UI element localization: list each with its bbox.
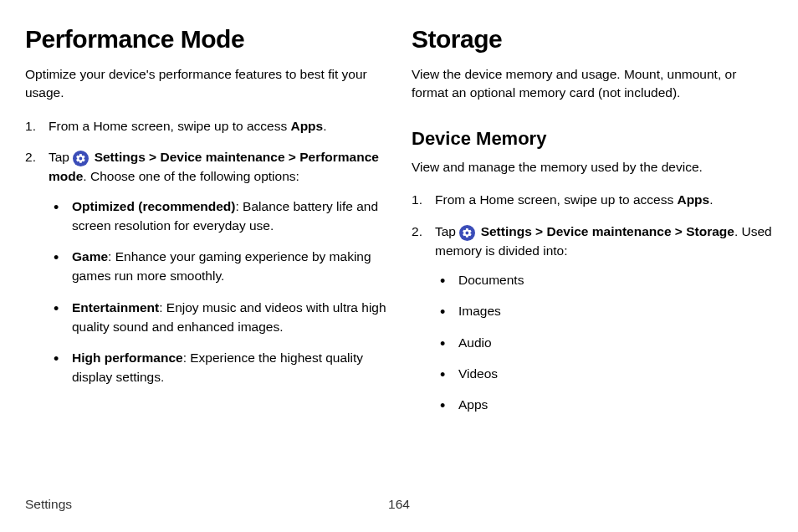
- step-1: From a Home screen, swipe up to access A…: [25, 116, 386, 136]
- option-label: Optimized (recommended): [72, 199, 236, 213]
- option-label: High performance: [72, 350, 183, 365]
- step-2: Tap Settings > Device maintenance > Perf…: [25, 147, 386, 387]
- apps-bold: Apps: [290, 119, 323, 133]
- category-audio: Audio: [435, 333, 773, 352]
- heading-device-memory: Device Memory: [412, 128, 773, 150]
- footer-page-number: 164: [388, 497, 410, 512]
- tap-text: Tap: [49, 150, 73, 164]
- performance-options: Optimized (recommended): Balance battery…: [49, 197, 386, 387]
- step-2: Tap Settings > Device maintenance > Stor…: [412, 222, 773, 415]
- option-entertainment: Entertainment: Enjoy music and videos wi…: [49, 298, 386, 337]
- settings-bold: Settings: [95, 150, 146, 164]
- tap-text: Tap: [435, 224, 459, 238]
- step-text: From a Home screen, swipe up to access: [49, 119, 290, 133]
- step-text-end: .: [709, 192, 713, 207]
- storage-bold: Storage: [686, 224, 734, 238]
- device-maintenance-bold: Device maintenance: [546, 224, 671, 238]
- storage-intro: View the device memory and usage. Mount,…: [412, 65, 773, 103]
- device-maintenance-bold: Device maintenance: [160, 150, 284, 164]
- step-text-end: . Choose one of the following options:: [83, 169, 299, 183]
- settings-icon: [73, 151, 89, 166]
- step-text: From a Home screen, swipe up to access: [435, 192, 677, 207]
- separator: >: [532, 224, 547, 238]
- category-images: Images: [435, 301, 773, 320]
- content-columns: Performance Mode Optimize your device's …: [25, 25, 773, 426]
- left-column: Performance Mode Optimize your device's …: [25, 25, 386, 426]
- step-text-end: .: [323, 119, 326, 133]
- device-memory-intro: View and manage the memory used by the d…: [412, 158, 773, 176]
- footer-section-label: Settings: [25, 497, 72, 512]
- memory-categories: Documents Images Audio Videos Apps: [435, 270, 773, 414]
- heading-performance-mode: Performance Mode: [25, 25, 386, 54]
- option-high-performance: High performance: Experience the highest…: [49, 348, 386, 387]
- separator: >: [146, 150, 161, 164]
- separator: >: [672, 224, 687, 238]
- apps-bold: Apps: [677, 192, 709, 207]
- heading-storage: Storage: [412, 25, 773, 54]
- right-column: Storage View the device memory and usage…: [412, 25, 773, 426]
- category-documents: Documents: [435, 270, 773, 289]
- option-label: Entertainment: [72, 300, 159, 315]
- performance-steps: From a Home screen, swipe up to access A…: [25, 116, 386, 387]
- page-footer: Settings 164: [25, 497, 773, 512]
- separator: >: [285, 150, 300, 164]
- option-label: Game: [72, 249, 108, 263]
- category-apps: Apps: [435, 395, 773, 414]
- option-desc: : Enhance your gaming experience by maki…: [72, 249, 371, 283]
- performance-intro: Optimize your device's performance featu…: [25, 65, 386, 103]
- storage-steps: From a Home screen, swipe up to access A…: [412, 190, 773, 414]
- settings-icon: [459, 225, 475, 241]
- category-videos: Videos: [435, 364, 773, 383]
- step-1: From a Home screen, swipe up to access A…: [412, 190, 773, 209]
- option-game: Game: Enhance your gaming experience by …: [49, 247, 386, 286]
- option-optimized: Optimized (recommended): Balance battery…: [49, 197, 386, 236]
- settings-bold: Settings: [481, 224, 532, 238]
